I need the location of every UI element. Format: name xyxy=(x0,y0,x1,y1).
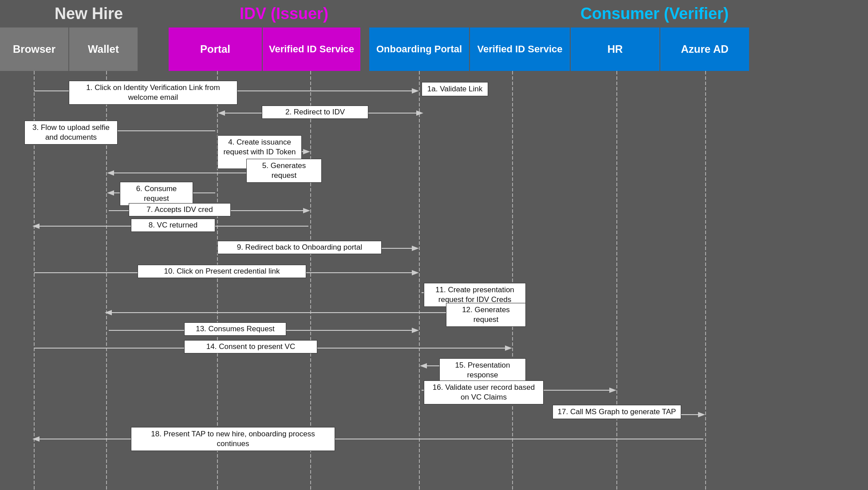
col-azure-ad: Azure AD xyxy=(660,27,749,71)
msg-box-2: 2. Redirect to IDV xyxy=(262,106,368,119)
idv-issuer-label: IDV (Issuer) xyxy=(178,4,391,23)
col-hr: HR xyxy=(571,27,659,71)
msg-box-1: 1. Click on Identity Verification Link f… xyxy=(69,81,237,105)
diagram-container: New Hire IDV (Issuer) Consumer (Verifier… xyxy=(0,0,868,490)
msg-box-15: 15. Presentation response xyxy=(439,358,526,382)
msg-box-6: 6. Consume request xyxy=(120,182,193,206)
col-verified-id-service-consumer: Verified ID Service xyxy=(470,27,570,71)
msg-box-5: 5. Generates request xyxy=(246,159,322,183)
col-onboarding-portal: Onboarding Portal xyxy=(369,27,469,71)
msg-box-7: 7. Accepts IDV cred xyxy=(129,203,231,216)
diagram-svg xyxy=(0,0,868,490)
msg-box-12: 12. Generates request xyxy=(446,303,526,327)
msg-box-18: 18. Present TAP to new hire, onboarding … xyxy=(131,427,335,451)
msg-box-1a: 1a. Validate Link xyxy=(422,82,488,96)
consumer-verifier-label: Consumer (Verifier) xyxy=(466,4,843,23)
msg-box-14: 14. Consent to present VC xyxy=(184,340,317,353)
new-hire-label: New Hire xyxy=(22,4,155,23)
msg-box-9: 9. Redirect back to Onboarding portal xyxy=(217,241,382,254)
msg-box-13: 13. Consumes Request xyxy=(184,322,286,336)
msg-box-8: 8. VC returned xyxy=(131,219,215,232)
col-wallet: Wallet xyxy=(69,27,138,71)
msg-box-16: 16. Validate user record based on VC Cla… xyxy=(424,380,544,404)
col-browser: Browser xyxy=(0,27,68,71)
msg-box-17: 17. Call MS Graph to generate TAP xyxy=(552,405,681,419)
col-verified-id-service-idv: Verified ID Service xyxy=(263,27,360,71)
msg-box-3: 3. Flow to upload selfie and documents xyxy=(24,121,118,145)
msg-box-10: 10. Click on Present credential link xyxy=(138,265,306,278)
col-portal: Portal xyxy=(169,27,262,71)
